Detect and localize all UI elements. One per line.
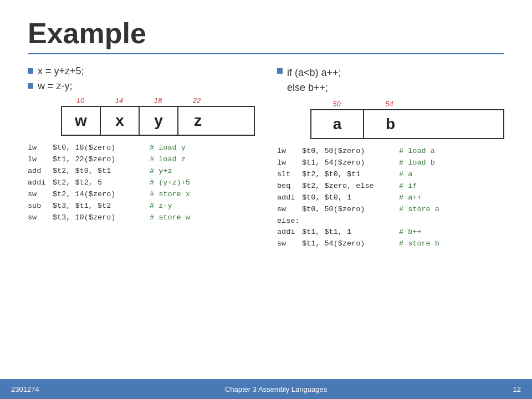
left-instr-3: addi [28,177,53,189]
left-memory-container: 10 14 18 22 w x y z [61,96,255,136]
right-comment-3: # if [399,181,417,192]
left-comment-1: # load z [150,154,186,166]
left-mem-label-1: 14 [100,96,139,105]
right-memory-table: a b [310,109,504,139]
left-code-line-2: add$t2, $t0, $t1# y+z [28,166,255,177]
left-bullet-text-2: w = z-y; [38,80,73,92]
left-instr-1: lw [28,154,53,166]
left-args-2: $t2, $t0, $t1 [53,166,150,177]
right-comment-4: # a++ [399,192,422,204]
right-code-line-8: sw$t1, 54($zero)# store b [277,238,504,250]
right-bullet-line2: else b++; [287,80,341,95]
right-instr-3: beq [277,181,302,192]
right-mem-cell-0: a [311,110,364,138]
footer-right: 12 [513,385,521,393]
right-args-0: $t0, 50($zero) [302,146,399,157]
content-area: x = y+z+5; w = z-y; 10 14 18 22 w x y z [28,65,504,250]
left-args-3: $t2, $t2, 5 [53,177,150,189]
right-bullet-line1: if (a<b) a++; [287,65,341,80]
right-comment-2: # a [399,169,412,181]
left-instr-0: lw [28,142,53,154]
left-args-0: $t0, 18($zero) [53,142,150,154]
right-mem-label-0: 50 [310,100,363,108]
right-code-line-5: sw$t0, 50($zero)# store a [277,204,504,216]
right-comment-0: # load a [399,146,435,157]
right-instr-1: lw [277,157,302,169]
left-code-block: lw$t0, 18($zero)# load ylw$t1, 22($zero)… [28,142,255,223]
left-instr-4: sw [28,189,53,201]
right-args-8: $t1, 54($zero) [302,238,399,250]
left-bullet-text-1: x = y+z+5; [38,65,84,77]
left-args-4: $t2, 14($zero) [53,189,150,201]
left-args-6: $t3, 10($zero) [53,212,150,224]
right-args-3: $t2, $zero, else [302,181,399,192]
right-code-line-3: beq$t2, $zero, else# if [277,181,504,192]
left-code-line-3: addi$t2, $t2, 5# (y+z)+5 [28,177,255,189]
right-mem-cell-1: b [364,110,417,138]
right-code-line-4: addi$t0, $t0, 1# a++ [277,192,504,204]
slide: Example x = y+z+5; w = z-y; 10 14 18 22 [0,0,532,399]
left-column: x = y+z+5; w = z-y; 10 14 18 22 w x y z [28,65,255,250]
right-code-line-7: addi$t1, $t1, 1# b++ [277,227,504,238]
right-bullet: if (a<b) a++; else b++; [277,65,504,95]
right-code-line-2: slt$t2, $t0, $t1# a [277,169,504,181]
left-mem-label-2: 18 [139,96,177,105]
footer-center: Chapter 3 Assembly Languages [225,385,327,393]
left-args-1: $t1, 22($zero) [53,154,150,166]
left-instr-2: add [28,166,53,177]
left-code-line-1: lw$t1, 22($zero)# load z [28,154,255,166]
left-mem-cell-2: y [140,107,178,135]
right-mem-labels: 50 54 [310,100,504,108]
left-instr-6: sw [28,212,53,224]
right-instr-5: sw [277,204,302,216]
left-comment-5: # z-y [150,201,172,212]
right-comment-8: # store b [399,238,439,250]
right-comment-5: # store a [399,204,439,216]
bullet-icon-right [277,68,283,74]
right-code-line-0: lw$t0, 50($zero)# load a [277,146,504,157]
left-code-line-6: sw$t3, 10($zero)# store w [28,212,255,224]
right-mem-label-1: 54 [363,100,416,108]
left-memory-table: w x y z [61,106,255,136]
left-args-5: $t3, $t1, $t2 [53,201,150,212]
right-instr-7: addi [277,227,302,238]
left-code-line-0: lw$t0, 18($zero)# load y [28,142,255,154]
right-instr-4: addi [277,192,302,204]
left-comment-6: # store w [150,212,190,224]
title-divider [28,53,504,54]
left-mem-cell-3: z [178,107,217,135]
right-instr-0: lw [277,146,302,157]
left-comment-2: # y+z [150,166,172,177]
right-column: if (a<b) a++; else b++; 50 54 a b lw$t0,… [277,65,504,250]
left-bullet-2: w = z-y; [28,80,255,92]
right-bullet-text: if (a<b) a++; else b++; [287,65,341,95]
footer-left: 2301274 [11,385,39,393]
left-comment-3: # (y+z)+5 [150,177,190,189]
right-args-7: $t1, $t1, 1 [302,227,399,238]
right-instr-6: else: [277,216,300,227]
left-code-line-5: sub$t3, $t1, $t2# z-y [28,201,255,212]
left-instr-5: sub [28,201,53,212]
right-comment-1: # load b [399,157,435,169]
right-args-5: $t0, 50($zero) [302,204,399,216]
slide-title: Example [28,17,504,50]
right-args-2: $t2, $t0, $t1 [302,169,399,181]
right-instr-2: slt [277,169,302,181]
footer: 2301274 Chapter 3 Assembly Languages 12 [0,379,532,399]
right-code-line-1: lw$t1, 54($zero)# load b [277,157,504,169]
right-code-block: lw$t0, 50($zero)# load alw$t1, 54($zero)… [277,146,504,250]
left-mem-cell-0: w [62,107,101,135]
left-mem-label-0: 10 [61,96,100,105]
left-mem-cell-1: x [101,107,140,135]
bullet-icon-2 [28,83,33,89]
left-code-line-4: sw$t2, 14($zero)# store x [28,189,255,201]
left-comment-4: # store x [150,189,190,201]
right-comment-7: # b++ [399,227,422,238]
left-comment-0: # load y [150,142,186,154]
right-code-line-6: else: [277,216,504,227]
bullet-icon-1 [28,68,33,74]
right-args-1: $t1, 54($zero) [302,157,399,169]
left-mem-labels: 10 14 18 22 [61,96,255,105]
right-memory-container: 50 54 a b [310,100,504,139]
left-bullet-1: x = y+z+5; [28,65,255,77]
